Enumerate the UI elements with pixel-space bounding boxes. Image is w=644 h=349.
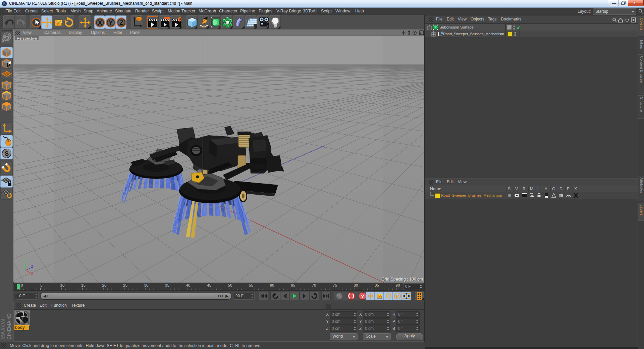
svg-text:65: 65 (291, 283, 295, 287)
svg-text:Z: Z (119, 19, 123, 26)
svg-text:45: 45 (207, 283, 211, 287)
svg-text:75: 75 (333, 283, 337, 287)
svg-text:80: 80 (354, 283, 358, 287)
svg-text:P: P (396, 294, 399, 299)
svg-text:90: 90 (396, 283, 400, 287)
svg-text:40: 40 (186, 283, 191, 287)
svg-text:0: 0 (21, 283, 23, 287)
svg-text:Grid Spacing : 100 cm: Grid Spacing : 100 cm (381, 277, 423, 282)
svg-text:60: 60 (270, 283, 274, 287)
svg-text:15: 15 (81, 283, 86, 287)
svg-text:?: ? (361, 293, 364, 299)
svg-text:85: 85 (375, 283, 379, 287)
svg-text:50: 50 (228, 283, 232, 287)
svg-text:55: 55 (249, 283, 253, 287)
svg-text:Y: Y (25, 259, 28, 263)
svg-text:5: 5 (40, 283, 42, 287)
svg-text:35: 35 (165, 283, 169, 287)
svg-text:30: 30 (144, 283, 149, 287)
svg-text:X: X (31, 271, 34, 276)
svg-text:25: 25 (123, 283, 127, 287)
svg-text:Y: Y (109, 19, 113, 26)
svg-text:Z: Z (31, 264, 34, 268)
svg-text:20: 20 (102, 283, 107, 287)
svg-text:10: 10 (60, 283, 65, 287)
svg-text:X: X (98, 19, 102, 26)
svg-text:70: 70 (312, 283, 316, 287)
svg-text:S: S (4, 150, 8, 157)
